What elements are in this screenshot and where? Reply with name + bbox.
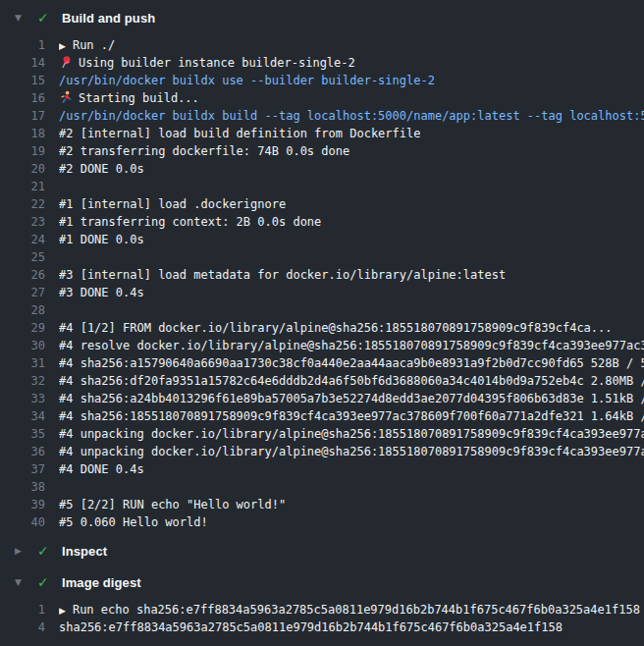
log-text: ▶Run ./ bbox=[59, 36, 115, 54]
line-number[interactable]: 14 bbox=[0, 54, 45, 72]
log-line: 38 bbox=[0, 478, 644, 496]
line-number[interactable]: 23 bbox=[0, 213, 45, 231]
step-header-image-digest[interactable]: ▼ ✓ Image digest bbox=[0, 566, 644, 598]
log-line: 34#4 sha256:185518070891758909c9f839cf4c… bbox=[0, 407, 644, 425]
step-title: Inspect bbox=[62, 544, 107, 559]
pushpin-icon bbox=[59, 55, 73, 69]
line-number[interactable]: 38 bbox=[0, 478, 45, 496]
log-text: #2 [internal] load build definition from… bbox=[59, 125, 420, 142]
log-line: 21 bbox=[0, 178, 644, 195]
log-line: 26#3 [internal] load metadata for docker… bbox=[0, 266, 644, 284]
log-text: #5 0.060 Hello world! bbox=[59, 513, 208, 531]
log-text: #1 transferring context: 2B 0.0s done bbox=[59, 213, 321, 231]
step-title: Image digest bbox=[62, 575, 141, 590]
log-text-command: /usr/bin/docker buildx use --builder bui… bbox=[59, 72, 435, 89]
check-icon: ✓ bbox=[37, 574, 53, 590]
log-line: 30#4 resolve docker.io/library/alpine@sh… bbox=[0, 337, 644, 354]
step-section-image-digest: ▼ ✓ Image digest 1▶Run echo sha256:e7ff8… bbox=[0, 566, 644, 636]
line-number[interactable]: 25 bbox=[0, 248, 45, 266]
log-line: 22#1 [internal] load .dockerignore bbox=[0, 195, 644, 213]
line-number[interactable]: 33 bbox=[0, 390, 45, 407]
line-number[interactable]: 4 bbox=[0, 619, 45, 636]
log-line: 35#4 unpacking docker.io/library/alpine@… bbox=[0, 425, 644, 443]
line-number[interactable]: 27 bbox=[0, 284, 45, 301]
log-line: 20#2 DONE 0.0s bbox=[0, 160, 644, 178]
line-number[interactable]: 35 bbox=[0, 425, 45, 443]
log-line: 14Using builder instance builder-single-… bbox=[0, 54, 644, 72]
step-section-build-and-push: ▼ ✓ Build and push 1▶Run ./14Using build… bbox=[0, 2, 644, 531]
log-line: 1▶Run echo sha256:e7ff8834a5963a2785c5a0… bbox=[0, 601, 644, 619]
log-line: 29#4 [1/2] FROM docker.io/library/alpine… bbox=[0, 319, 644, 337]
log-line: 4sha256:e7ff8834a5963a2785c5a0811e979d16… bbox=[0, 619, 644, 636]
log-text: #4 sha256:a15790640a6690aa1730c38cf0a440… bbox=[59, 354, 644, 372]
line-number[interactable]: 29 bbox=[0, 319, 45, 337]
log-text: #4 sha256:a24bb4013296f61e89ba57005a7b3e… bbox=[59, 390, 644, 407]
step-title: Build and push bbox=[62, 11, 155, 26]
log-text: #4 sha256:df20fa9351a15782c64e6dddb2d4a6… bbox=[59, 372, 644, 390]
expand-group-arrow-icon[interactable]: ▶ bbox=[59, 606, 66, 616]
step-header-build-and-push[interactable]: ▼ ✓ Build and push bbox=[0, 2, 644, 33]
log-text: #1 DONE 0.0s bbox=[59, 231, 144, 248]
log-line: 36#4 unpacking docker.io/library/alpine@… bbox=[0, 443, 644, 460]
log-line: 23#1 transferring context: 2B 0.0s done bbox=[0, 213, 644, 231]
actions-log-console: ▼ ✓ Build and push 1▶Run ./14Using build… bbox=[0, 0, 644, 646]
line-number[interactable]: 36 bbox=[0, 443, 45, 460]
log-line: 39#5 [2/2] RUN echo "Hello world!" bbox=[0, 496, 644, 513]
log-text-command: /usr/bin/docker buildx build --tag local… bbox=[59, 107, 644, 125]
log-text: #3 DONE 0.4s bbox=[59, 284, 144, 301]
line-number[interactable]: 15 bbox=[0, 72, 45, 89]
line-number[interactable]: 37 bbox=[0, 460, 45, 478]
line-number[interactable]: 34 bbox=[0, 407, 45, 425]
line-number[interactable]: 20 bbox=[0, 160, 45, 178]
log-text: #3 [internal] load metadata for docker.i… bbox=[59, 266, 506, 284]
line-number[interactable]: 22 bbox=[0, 195, 45, 213]
log-text: #4 unpacking docker.io/library/alpine@sh… bbox=[59, 443, 644, 460]
log-block-build-and-push: 1▶Run ./14Using builder instance builder… bbox=[0, 36, 644, 531]
log-block-image-digest: 1▶Run echo sha256:e7ff8834a5963a2785c5a0… bbox=[0, 601, 644, 636]
line-number[interactable]: 30 bbox=[0, 337, 45, 354]
line-number[interactable]: 21 bbox=[0, 178, 45, 195]
log-line: 17/usr/bin/docker buildx build --tag loc… bbox=[0, 107, 644, 125]
check-icon: ✓ bbox=[37, 543, 53, 559]
log-line: 37#4 DONE 0.4s bbox=[0, 460, 644, 478]
log-text: Using builder instance builder-single-2 bbox=[59, 54, 355, 72]
step-section-inspect: ▶ ✓ Inspect bbox=[0, 535, 644, 566]
line-number[interactable]: 24 bbox=[0, 231, 45, 248]
expand-group-arrow-icon[interactable]: ▶ bbox=[59, 41, 66, 51]
check-icon: ✓ bbox=[37, 10, 53, 26]
log-text: #4 unpacking docker.io/library/alpine@sh… bbox=[59, 425, 644, 443]
log-line: 1▶Run ./ bbox=[0, 36, 644, 54]
log-text: #5 [2/2] RUN echo "Hello world!" bbox=[59, 496, 286, 513]
log-text: #4 [1/2] FROM docker.io/library/alpine@s… bbox=[59, 319, 613, 337]
line-number[interactable]: 16 bbox=[0, 89, 45, 107]
chevron-right-icon[interactable]: ▶ bbox=[15, 546, 28, 556]
runner-icon bbox=[59, 90, 73, 104]
line-number[interactable]: 1 bbox=[0, 601, 45, 619]
log-line: 25 bbox=[0, 248, 644, 266]
log-text: #4 sha256:185518070891758909c9f839cf4ca3… bbox=[59, 407, 644, 425]
chevron-down-icon[interactable]: ▼ bbox=[15, 13, 28, 23]
log-line: 24#1 DONE 0.0s bbox=[0, 231, 644, 248]
log-line: 27#3 DONE 0.4s bbox=[0, 284, 644, 301]
log-line: 40#5 0.060 Hello world! bbox=[0, 513, 644, 531]
chevron-down-icon[interactable]: ▼ bbox=[15, 577, 28, 587]
line-number[interactable]: 32 bbox=[0, 372, 45, 390]
log-line: 18#2 [internal] load build definition fr… bbox=[0, 125, 644, 142]
log-line: 28 bbox=[0, 301, 644, 319]
line-number[interactable]: 19 bbox=[0, 142, 45, 160]
log-line: 16Starting build... bbox=[0, 89, 644, 107]
line-number[interactable]: 40 bbox=[0, 513, 45, 531]
log-text: #2 DONE 0.0s bbox=[59, 160, 144, 178]
line-number[interactable]: 17 bbox=[0, 107, 45, 125]
log-line: 19#2 transferring dockerfile: 74B 0.0s d… bbox=[0, 142, 644, 160]
line-number[interactable]: 26 bbox=[0, 266, 45, 284]
line-number[interactable]: 31 bbox=[0, 354, 45, 372]
step-header-inspect[interactable]: ▶ ✓ Inspect bbox=[0, 535, 644, 566]
line-number[interactable]: 1 bbox=[0, 36, 45, 54]
line-number[interactable]: 28 bbox=[0, 301, 45, 319]
log-text: #1 [internal] load .dockerignore bbox=[59, 195, 286, 213]
log-text: ▶Run echo sha256:e7ff8834a5963a2785c5a08… bbox=[59, 601, 640, 619]
line-number[interactable]: 39 bbox=[0, 496, 45, 513]
log-line: 31#4 sha256:a15790640a6690aa1730c38cf0a4… bbox=[0, 354, 644, 372]
line-number[interactable]: 18 bbox=[0, 125, 45, 142]
